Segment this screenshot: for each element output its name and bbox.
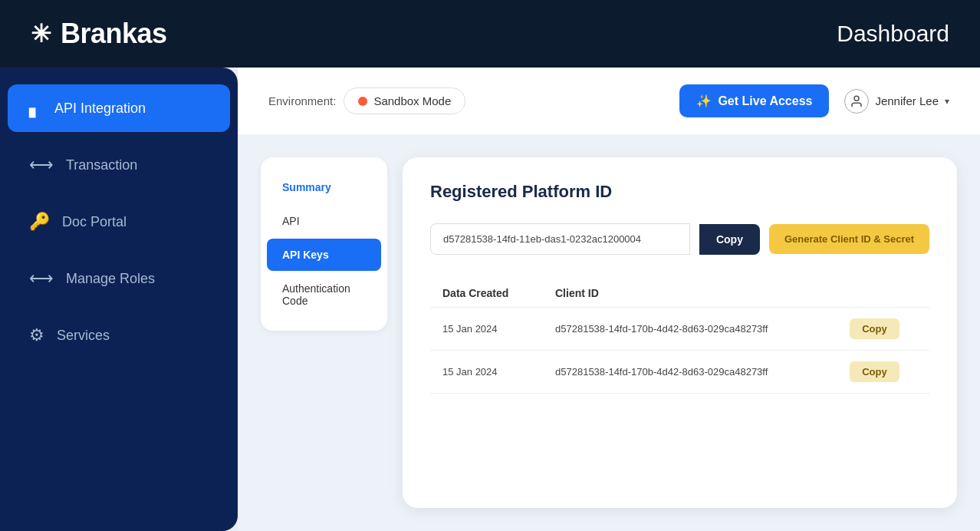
env-dot-icon xyxy=(358,97,367,106)
table-cell-date: 15 Jan 2024 xyxy=(430,308,543,351)
generate-client-id-button[interactable]: Generate Client ID & Secret xyxy=(769,224,929,254)
col-header-client-id: Client ID xyxy=(543,279,837,308)
copy-row-button-0[interactable]: Copy xyxy=(850,318,899,339)
sidebar-item-label-doc-portal: Doc Portal xyxy=(62,214,127,230)
sidebar-item-services[interactable]: ⚙ Services xyxy=(8,312,230,359)
brand-name: Brankas xyxy=(61,18,167,50)
transaction-icon: ⟷ xyxy=(29,155,54,175)
nav-item-api-keys[interactable]: API Keys xyxy=(267,239,381,271)
get-live-label: Get Live Access xyxy=(718,94,812,108)
chevron-down-icon: ▾ xyxy=(945,96,949,107)
table-cell-copy: Copy xyxy=(837,351,929,394)
get-live-access-button[interactable]: ✨ Get Live Access xyxy=(679,84,829,117)
user-name: Jennifer Lee xyxy=(875,94,939,107)
table-cell-client-id: d57281538-14fd-170b-4d42-8d63-029ca48273… xyxy=(543,351,837,394)
sidebar-item-transaction[interactable]: ⟷ Transaction xyxy=(8,141,230,189)
table-cell-client-id: d57281538-14fd-170b-4d42-8d63-029ca48273… xyxy=(543,308,837,351)
copy-platform-id-button[interactable]: Copy xyxy=(699,224,760,255)
sidebar-item-manage-roles[interactable]: ⟷ Manage Roles xyxy=(8,255,230,302)
user-section[interactable]: Jennifer Lee ▾ xyxy=(844,89,949,114)
sidebar-item-label-api-integration: API Integration xyxy=(54,101,146,117)
user-avatar-icon xyxy=(844,89,869,114)
sidebar-item-label-services: Services xyxy=(57,328,110,344)
manage-roles-icon: ⟷ xyxy=(29,269,54,289)
brand: ✳ Brankas xyxy=(31,18,167,50)
dashboard-title: Dashboard xyxy=(837,21,949,47)
content: Environment: Sandbox Mode ✨ Get Live Acc… xyxy=(238,68,980,531)
api-integration-icon: ▖ xyxy=(29,98,42,118)
platform-id-input[interactable] xyxy=(430,223,690,255)
table-cell-copy: Copy xyxy=(837,308,929,351)
table-row: 15 Jan 2024 d57281538-14fd-170b-4d42-8d6… xyxy=(430,351,929,394)
header: ✳ Brankas Dashboard xyxy=(0,0,980,68)
environment-label: Environment: xyxy=(268,94,336,107)
sidebar-item-api-integration[interactable]: ▖ API Integration xyxy=(8,84,230,132)
table-header-row: Data Created Client ID xyxy=(430,279,929,308)
table-row: 15 Jan 2024 d57281538-14fd-170b-4d42-8d6… xyxy=(430,308,929,351)
nav-item-summary[interactable]: Summary xyxy=(267,171,381,203)
nav-item-api[interactable]: API xyxy=(267,205,381,237)
doc-portal-icon: 🔑 xyxy=(29,212,50,232)
sidebar: ▖ API Integration ⟷ Transaction 🔑 Doc Po… xyxy=(0,68,238,531)
nav-item-auth-code[interactable]: Authentication Code xyxy=(267,272,381,317)
brand-icon: ✳ xyxy=(31,19,51,48)
content-body: Summary API API Keys Authentication Code… xyxy=(238,134,980,531)
platform-id-row: Copy Generate Client ID & Secret xyxy=(430,223,929,255)
topbar-right: ✨ Get Live Access Jennifer Lee ▾ xyxy=(679,84,949,117)
main-card: Registered Platform ID Copy Generate Cli… xyxy=(403,157,957,508)
nav-panel: Summary API API Keys Authentication Code xyxy=(261,157,387,331)
sparkle-icon: ✨ xyxy=(696,94,712,108)
content-topbar: Environment: Sandbox Mode ✨ Get Live Acc… xyxy=(238,68,980,134)
main-area: ▖ API Integration ⟷ Transaction 🔑 Doc Po… xyxy=(0,68,980,531)
data-table: Data Created Client ID 15 Jan 2024 d5728… xyxy=(430,279,929,394)
svg-point-0 xyxy=(854,96,859,101)
sidebar-item-label-transaction: Transaction xyxy=(66,157,137,173)
col-header-date: Data Created xyxy=(430,279,543,308)
table-cell-date: 15 Jan 2024 xyxy=(430,351,543,394)
environment-badge[interactable]: Sandbox Mode xyxy=(344,87,465,114)
sidebar-item-doc-portal[interactable]: 🔑 Doc Portal xyxy=(8,198,230,246)
sidebar-item-label-manage-roles: Manage Roles xyxy=(66,271,155,287)
copy-row-button-1[interactable]: Copy xyxy=(850,361,899,382)
card-title: Registered Platform ID xyxy=(430,182,929,202)
environment-value: Sandbox Mode xyxy=(373,94,451,107)
col-header-action xyxy=(837,279,929,308)
environment-section: Environment: Sandbox Mode xyxy=(268,87,465,114)
services-icon: ⚙ xyxy=(29,325,44,345)
